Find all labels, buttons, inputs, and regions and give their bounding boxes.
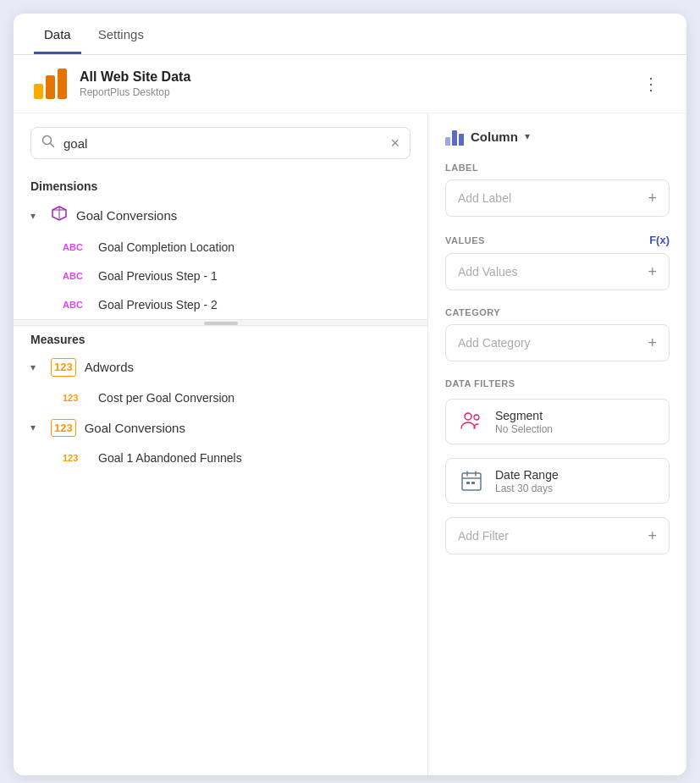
svg-rect-2 — [58, 69, 67, 99]
add-values-button[interactable]: Add Values + — [445, 253, 670, 290]
category-section-heading: CATEGORY — [445, 307, 670, 317]
group-label: Goal Conversions — [76, 208, 177, 223]
main-content: × Dimensions ▾ Goal Conversions — [14, 113, 686, 775]
clear-search-button[interactable]: × — [390, 135, 400, 151]
values-section-heading: VALUES — [445, 235, 485, 245]
chevron-down-icon: ▾ — [525, 130, 530, 142]
svg-rect-1 — [46, 75, 55, 99]
segment-filter-info: Segment No Selection — [495, 409, 657, 435]
add-label-button[interactable]: Add Label + — [445, 179, 670, 217]
segment-filter-value: No Selection — [495, 423, 657, 435]
column-chart-icon — [445, 127, 464, 146]
list-item[interactable]: 123 Goal 1 Abandoned Funnels — [14, 444, 427, 472]
segment-filter-name: Segment — [495, 409, 657, 422]
list-item[interactable]: 123 Cost per Goal Conversion — [14, 383, 427, 412]
svg-line-4 — [51, 144, 54, 147]
add-filter-button[interactable]: Add Filter + — [445, 517, 670, 554]
type-badge-abc: ABC — [63, 300, 90, 310]
list-item[interactable]: ABC Goal Previous Step - 2 — [14, 290, 427, 319]
tab-data[interactable]: Data — [34, 14, 81, 54]
data-filters-heading: DATA FILTERS — [445, 378, 670, 389]
plus-icon: + — [648, 190, 657, 206]
svg-point-7 — [465, 413, 471, 420]
chevron-down-icon: ▾ — [30, 361, 42, 373]
list-item[interactable]: ABC Goal Previous Step - 1 — [14, 262, 427, 290]
plus-icon: + — [648, 264, 657, 279]
search-input[interactable] — [63, 136, 382, 151]
type-badge-num: 123 — [63, 393, 90, 403]
add-label-text: Add Label — [458, 191, 511, 205]
item-label: Goal Previous Step - 2 — [98, 298, 218, 312]
group-goal-conversions-meas[interactable]: ▾ 123 Goal Conversions — [14, 412, 427, 444]
datasource-header: All Web Site Data ReportPlus Desktop ⋮ — [14, 55, 686, 113]
search-icon — [41, 135, 55, 152]
values-header: VALUES F(x) — [445, 234, 670, 246]
values-section: VALUES F(x) Add Values + — [445, 234, 670, 290]
add-filter-text: Add Filter — [458, 529, 509, 543]
fx-button[interactable]: F(x) — [649, 234, 670, 246]
cube-icon — [51, 205, 68, 226]
plus-icon: + — [648, 528, 657, 543]
left-panel: × Dimensions ▾ Goal Conversions — [14, 113, 428, 775]
search-bar: × — [30, 127, 411, 159]
scroll-indicator — [204, 322, 238, 325]
date-range-filter-info: Date Range Last 30 days — [495, 468, 657, 494]
group-label: Goal Conversions — [85, 421, 185, 435]
right-panel: Column ▾ LABEL Add Label + VALUES F(x) A… — [428, 113, 686, 775]
group-adwords[interactable]: ▾ 123 Adwords — [14, 351, 427, 383]
date-range-filter[interactable]: Date Range Last 30 days — [445, 458, 670, 504]
brackets-icon: 123 — [51, 419, 76, 438]
type-badge-num: 123 — [63, 453, 90, 463]
dimensions-label: Dimensions — [14, 173, 427, 198]
tab-bar: Data Settings — [14, 14, 686, 55]
svg-point-8 — [474, 415, 479, 420]
datasource-sub: ReportPlus Desktop — [80, 86, 636, 98]
datasource-info: All Web Site Data ReportPlus Desktop — [80, 69, 636, 98]
date-range-filter-value: Last 30 days — [495, 482, 657, 494]
label-section-heading: LABEL — [445, 163, 670, 173]
tab-settings[interactable]: Settings — [88, 14, 154, 54]
list-item[interactable]: ABC Goal Completion Location — [14, 233, 427, 262]
datasource-name: All Web Site Data — [80, 69, 636, 85]
brackets-icon: 123 — [51, 358, 76, 377]
type-badge-abc: ABC — [63, 242, 90, 252]
group-goal-conversions-dim[interactable]: ▾ Goal Conversions — [14, 198, 427, 233]
segment-filter[interactable]: Segment No Selection — [445, 399, 670, 444]
main-card: Data Settings All Web Site Data ReportPl… — [14, 14, 686, 775]
category-section: CATEGORY Add Category + — [445, 307, 670, 361]
add-values-text: Add Values — [458, 265, 518, 278]
label-section: LABEL Add Label + — [445, 163, 670, 217]
item-label: Goal Completion Location — [98, 240, 234, 254]
chart-type-label: Column — [471, 130, 518, 144]
svg-rect-9 — [462, 473, 481, 490]
plus-icon: + — [648, 335, 657, 350]
panel-divider — [14, 319, 427, 326]
svg-rect-13 — [466, 482, 470, 484]
add-category-text: Add Category — [458, 336, 531, 350]
item-label: Goal 1 Abandoned Funnels — [98, 451, 242, 465]
type-badge-abc: ABC — [63, 271, 90, 281]
chevron-down-icon: ▾ — [30, 210, 42, 222]
segment-icon — [458, 408, 485, 435]
add-category-button[interactable]: Add Category + — [445, 324, 670, 361]
fields-scroll-area[interactable]: Dimensions ▾ Goal Conversions — [14, 173, 427, 775]
svg-rect-0 — [34, 84, 43, 99]
chart-type-selector[interactable]: Column ▾ — [445, 127, 670, 146]
svg-rect-14 — [471, 482, 475, 484]
data-filters-section: DATA FILTERS Segment No Selection — [445, 378, 670, 554]
chevron-down-icon: ▾ — [30, 422, 42, 433]
item-label: Cost per Goal Conversion — [98, 391, 234, 405]
measures-label: Measures — [14, 326, 427, 351]
item-label: Goal Previous Step - 1 — [98, 269, 218, 283]
more-button[interactable]: ⋮ — [636, 72, 666, 96]
group-label: Adwords — [85, 360, 134, 374]
date-range-icon — [458, 467, 485, 494]
date-range-filter-name: Date Range — [495, 468, 657, 482]
datasource-icon — [34, 69, 68, 99]
